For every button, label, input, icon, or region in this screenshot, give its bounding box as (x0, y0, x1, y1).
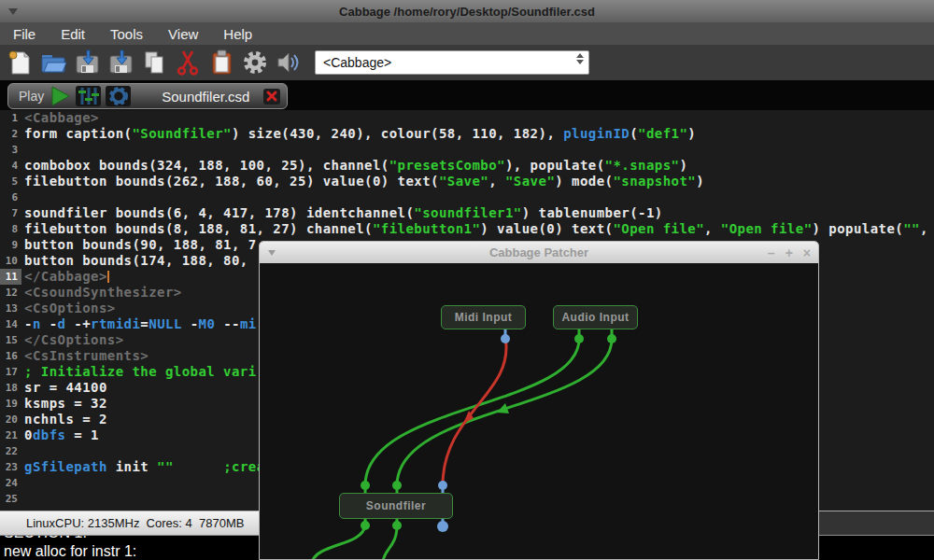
port-sf-in-midi (438, 481, 447, 490)
line-number: 7 (0, 205, 21, 221)
node-midi-input[interactable]: Midi Input (441, 305, 526, 329)
system-info-text: LinuxCPU: 2135MHz Cores: 4 7870MB (26, 516, 244, 530)
window-title: Cabbage /home/rory/Desktop/Soundfiler.cs… (339, 5, 595, 19)
paste-clipboard-icon (207, 49, 235, 77)
line-number: 23 (0, 459, 21, 475)
port-audio-out-1 (574, 334, 584, 343)
port-sf-out-1 (361, 521, 370, 530)
line-number: 21 (0, 427, 21, 443)
code-line[interactable]: 3 (0, 142, 934, 158)
menubar: File Edit Tools View Help (0, 22, 934, 45)
port-sf-in-2 (392, 481, 402, 490)
code-line[interactable]: 7soundfiler bounds(6, 4, 417, 178) ident… (0, 205, 934, 221)
port-sf-in-1 (361, 481, 370, 490)
close-tab-button[interactable] (263, 89, 280, 105)
new-file-button[interactable] (5, 48, 34, 77)
tab-row: Play Soundfiler.csd (0, 80, 934, 110)
code-line[interactable]: 1<Cabbage> (0, 110, 934, 126)
edit-mode-button[interactable] (106, 86, 131, 106)
save-button[interactable] (72, 48, 101, 77)
line-number: 15 (0, 332, 21, 348)
cut-button[interactable] (173, 48, 202, 77)
line-number: 24 (0, 475, 21, 491)
patcher-window: Cabbage Patcher – + × (259, 241, 819, 560)
close-window-button[interactable]: × (803, 246, 811, 259)
patcher-window-controls: – + × (768, 242, 811, 263)
mixer-button[interactable] (76, 86, 101, 106)
patcher-titlebar[interactable]: Cabbage Patcher – + × (260, 242, 818, 263)
cut-scissors-icon (174, 49, 202, 77)
save-icon (73, 49, 101, 77)
line-number: 25 (0, 491, 21, 507)
speaker-icon (275, 49, 303, 77)
window-menu-icon[interactable] (8, 8, 18, 15)
new-file-icon (6, 49, 34, 77)
toolbar: <Cabbage> (0, 45, 934, 80)
patcher-title: Cabbage Patcher (489, 245, 588, 259)
line-number: 1 (0, 110, 21, 126)
line-number: 16 (0, 348, 21, 364)
blue-gear-icon (107, 85, 130, 107)
open-file-button[interactable] (38, 48, 67, 77)
line-number: 2 (0, 126, 21, 142)
menu-tools[interactable]: Tools (110, 26, 143, 42)
line-number: 3 (0, 142, 21, 158)
line-number: 22 (0, 443, 21, 459)
code-line[interactable]: 2form caption("Soundfiler") size(430, 24… (0, 126, 934, 142)
system-info-panel: LinuxCPU: 2135MHz Cores: 4 7870MB (0, 511, 259, 535)
line-number: 17 (0, 364, 21, 380)
sliders-icon (78, 87, 100, 105)
port-midi-out (501, 334, 510, 343)
menu-view[interactable]: View (168, 26, 198, 42)
menu-help[interactable]: Help (223, 26, 252, 42)
settings-button[interactable] (240, 48, 269, 77)
line-number: 11 (0, 269, 21, 285)
port-audio-out-2 (607, 334, 616, 343)
paste-button[interactable] (206, 48, 235, 77)
text-caret (107, 271, 109, 283)
code-line[interactable]: 6 (0, 189, 934, 205)
play-label: Play (13, 89, 46, 104)
node-soundfiler[interactable]: Soundfiler (339, 493, 453, 519)
gear-icon (241, 49, 269, 77)
node-audio-input[interactable]: Audio Input (553, 305, 638, 329)
audio-settings-button[interactable] (274, 48, 303, 77)
close-icon (265, 90, 278, 103)
line-number: 6 (0, 189, 21, 205)
cable-out-right (383, 525, 397, 559)
tab-title: Soundfiler.csd (135, 89, 259, 105)
play-button[interactable] (50, 85, 71, 107)
copy-button[interactable] (139, 48, 168, 77)
cable-out-left (312, 525, 365, 559)
cabbage-main-window: Cabbage /home/rory/Desktop/Soundfiler.cs… (0, 0, 934, 560)
line-number: 9 (0, 237, 21, 253)
titlebar: Cabbage /home/rory/Desktop/Soundfiler.cs… (0, 0, 934, 23)
port-sf-out-2 (392, 521, 402, 530)
line-number: 10 (0, 253, 21, 269)
line-number: 13 (0, 301, 21, 316)
save-as-icon (106, 49, 134, 77)
code-line[interactable]: 4combobox bounds(324, 188, 100, 25), cha… (0, 158, 934, 174)
open-folder-icon (39, 49, 67, 77)
patcher-window-menu-icon[interactable] (268, 250, 276, 256)
code-line[interactable]: 8filebutton bounds(8, 188, 81, 27) chann… (0, 221, 934, 237)
line-number: 12 (0, 285, 21, 301)
line-number: 18 (0, 380, 21, 396)
widget-combobox[interactable]: <Cabbage> (315, 50, 589, 75)
tab-soundfiler[interactable]: Play Soundfiler.csd (7, 83, 288, 109)
line-number: 4 (0, 158, 21, 174)
copy-icon (140, 49, 168, 77)
save-as-button[interactable] (106, 48, 134, 77)
line-number: 20 (0, 412, 21, 427)
menu-edit[interactable]: Edit (61, 26, 85, 42)
code-line[interactable]: 5filebutton bounds(262, 188, 60, 25) val… (0, 174, 934, 189)
line-number: 8 (0, 221, 21, 237)
maximize-button[interactable]: + (785, 246, 793, 259)
line-number: 19 (0, 396, 21, 412)
menu-file[interactable]: File (13, 26, 35, 42)
line-number: 14 (0, 316, 21, 332)
patch-canvas[interactable]: Midi Input Audio Input Soundfiler (260, 263, 818, 559)
combobox-spinner-icon[interactable] (576, 53, 584, 64)
line-number: 5 (0, 174, 21, 189)
minimize-button[interactable]: – (768, 246, 775, 259)
